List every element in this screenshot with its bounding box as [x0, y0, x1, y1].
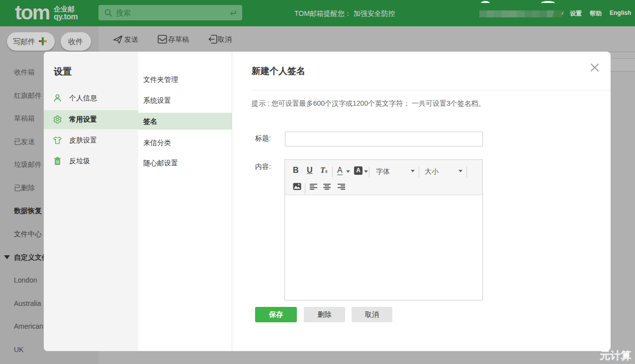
svg-text:元计算: 元计算 — [600, 350, 632, 361]
